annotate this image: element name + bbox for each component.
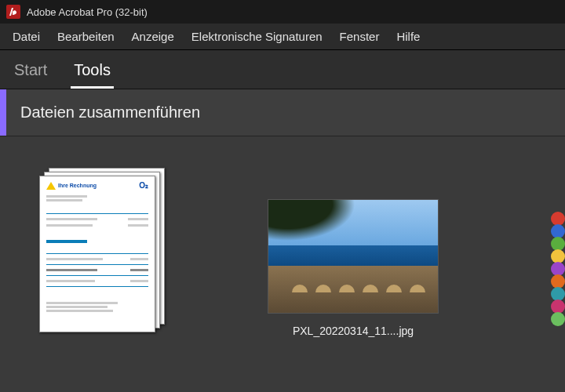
pdf-page-front: Ihre Rechnung O₂ [39,176,155,332]
menu-edit[interactable]: Bearbeiten [49,27,122,46]
menu-help[interactable]: Hilfe [388,27,428,46]
tab-start[interactable]: Start [9,53,52,89]
file-item-pdf[interactable]: Ihre Rechnung O₂ [24,168,180,343]
tab-tools[interactable]: Tools [69,53,115,89]
panel-header: Dateien zusammenführen [0,89,565,136]
warning-icon [46,182,56,190]
acrobat-app-icon [6,5,20,19]
panel-accent [0,89,6,136]
tabbar: Start Tools [0,50,565,89]
menu-file[interactable]: Datei [5,27,48,46]
window-title: Adobe Acrobat Pro (32-bit) [27,6,148,18]
file-list-area: Ihre Rechnung O₂ [0,136,565,392]
invoice-title: Ihre Rechnung [58,183,97,189]
menu-esign[interactable]: Elektronische Signaturen [184,27,330,46]
file-item-partial[interactable] [551,212,565,329]
pdf-thumbnail-stack: Ihre Rechnung O₂ [39,168,165,332]
image-thumbnail [268,199,439,314]
titlebar: Adobe Acrobat Pro (32-bit) [0,0,565,24]
file-item-image[interactable]: PXL_20220314_11....jpg [275,168,432,337]
panel-title: Dateien zusammenführen [6,103,200,122]
menu-view[interactable]: Anzeige [124,27,182,46]
menu-window[interactable]: Fenster [332,27,388,46]
o2-logo: O₂ [139,181,148,191]
menubar: Datei Bearbeiten Anzeige Elektronische S… [0,24,565,50]
file-label-image: PXL_20220314_11....jpg [293,325,414,337]
